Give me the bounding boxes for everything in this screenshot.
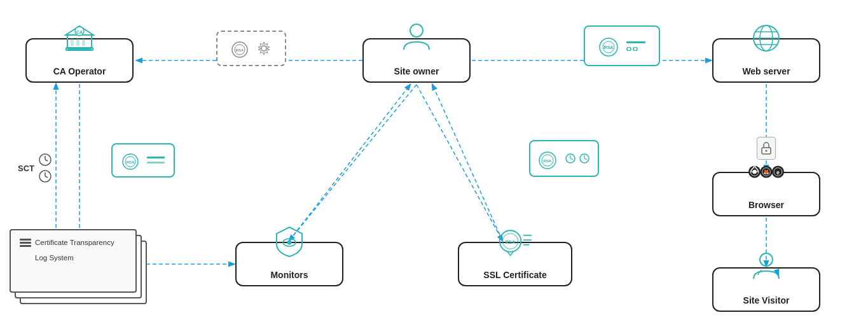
svg-rect-69 <box>147 157 165 158</box>
svg-point-81 <box>766 150 768 152</box>
svg-rect-49 <box>20 253 31 255</box>
site-visitor-icon <box>748 249 784 285</box>
ssl-icon: RSA <box>497 224 533 260</box>
svg-text:🦊: 🦊 <box>763 169 769 175</box>
ct-line-icon1: Certificate Transparency <box>20 237 127 249</box>
site-owner-icon <box>399 20 434 56</box>
ct-log-node: Certificate Transparency Log System <box>10 229 162 312</box>
svg-rect-46 <box>20 239 31 241</box>
svg-rect-13 <box>76 38 79 46</box>
site-visitor-label: Site Visitor <box>743 295 790 305</box>
svg-line-6 <box>289 85 417 241</box>
svg-line-52 <box>45 160 48 161</box>
svg-text:RSA: RSA <box>506 239 516 245</box>
svg-line-55 <box>45 176 48 178</box>
ssl-node: RSA SSL Certificate <box>458 242 572 286</box>
monitors-node: Monitors <box>235 242 343 286</box>
browser-node: 🦊 e Browser <box>712 172 820 216</box>
site-owner-label: Site owner <box>394 66 439 76</box>
svg-point-64 <box>627 47 631 51</box>
svg-text:RSA: RSA <box>236 48 244 52</box>
svg-text:RSA: RSA <box>604 45 614 50</box>
signed-cert-icon: RSA <box>584 25 660 66</box>
svg-text:CA: CA <box>76 30 83 34</box>
csr-settings-svg <box>256 41 272 56</box>
ca-cert-lines <box>147 157 165 165</box>
sct-text: SCT <box>18 164 34 173</box>
ct-log-line1: Certificate Transparency <box>35 237 114 249</box>
svg-line-79 <box>584 158 587 160</box>
site-visitor-node: Site Visitor <box>712 267 820 312</box>
svg-line-7 <box>432 85 502 241</box>
svg-text:RSA: RSA <box>127 160 135 164</box>
ca-operator-label: CA Operator <box>53 66 106 76</box>
web-server-icon <box>748 20 784 56</box>
svg-rect-70 <box>147 162 165 164</box>
ct-paper-front: Certificate Transparency Log System <box>10 229 137 293</box>
sct-clock-2 <box>38 169 52 183</box>
svg-point-45 <box>760 253 773 266</box>
svg-rect-48 <box>20 245 31 247</box>
web-server-label: Web server <box>742 66 790 76</box>
svg-rect-47 <box>20 242 31 244</box>
ca-cert-svg: RSA <box>121 149 144 172</box>
svg-point-38 <box>287 241 292 245</box>
ssl-cert-floating-svg: RSA <box>538 146 562 171</box>
sct-clocks <box>38 153 52 183</box>
sct-row: SCT <box>18 153 52 183</box>
ca-operator-icon: CA <box>62 20 97 56</box>
ssl-label: SSL Certificate <box>483 270 546 280</box>
monitors-label: Monitors <box>270 270 308 280</box>
svg-line-5 <box>417 85 502 241</box>
svg-point-65 <box>633 47 637 51</box>
svg-point-59 <box>261 46 266 51</box>
monitors-icon <box>272 224 307 260</box>
csr-cert-icon: RSA <box>216 31 286 66</box>
svg-rect-63 <box>626 41 645 43</box>
svg-point-19 <box>410 24 423 37</box>
signed-cert-svg: RSA <box>598 33 624 59</box>
ct-line-icon2: Log System <box>20 252 127 265</box>
svg-text:RSA: RSA <box>544 159 552 163</box>
ct-log-line2: Log System <box>35 252 74 265</box>
svg-line-76 <box>570 158 573 160</box>
lock-icon <box>757 137 776 160</box>
sct-label: SCT <box>18 153 52 183</box>
signed-cert-lines <box>626 41 645 51</box>
svg-rect-12 <box>71 38 74 46</box>
svg-line-8 <box>289 85 410 241</box>
ssl-cert-clocks <box>565 153 590 164</box>
site-owner-node: Site owner <box>362 38 471 83</box>
ssl-cert-floating-icon: RSA <box>529 140 599 177</box>
csr-cert-svg: RSA <box>231 37 254 60</box>
ct-log-content: Certificate Transparency Log System <box>11 230 135 270</box>
ca-cert-icon: RSA <box>111 143 175 178</box>
web-server-node: Web server <box>712 38 820 83</box>
lock-svg <box>761 141 772 155</box>
sct-clock-1 <box>38 153 52 167</box>
svg-text:e: e <box>776 169 780 176</box>
browser-label: Browser <box>748 200 784 210</box>
ca-operator-node: CA CA Operator <box>25 38 134 83</box>
svg-rect-14 <box>82 38 85 46</box>
